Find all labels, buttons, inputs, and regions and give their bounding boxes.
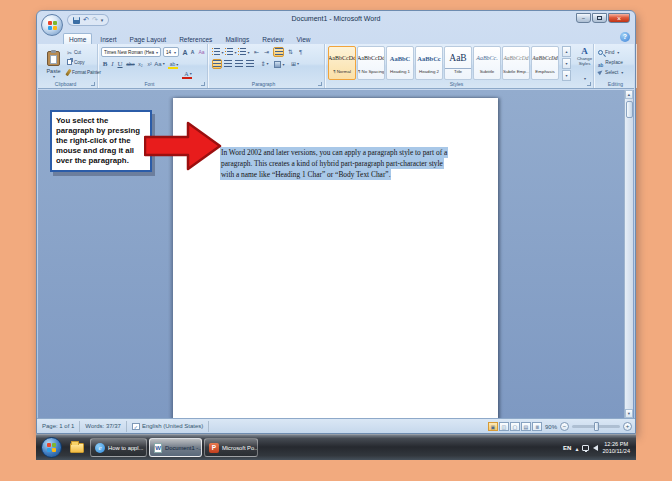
- increase-indent-button[interactable]: ⇥: [262, 47, 271, 57]
- font-name-dropdown-icon[interactable]: ▾: [156, 50, 158, 55]
- office-button[interactable]: [41, 14, 63, 36]
- zoom-level[interactable]: 90%: [545, 424, 557, 430]
- web-layout-view-icon[interactable]: ▢: [510, 422, 520, 431]
- style-subtle-emphasis[interactable]: AaBbCcDd Subtle Emp...: [502, 46, 530, 80]
- multilevel-list-button[interactable]: ▾: [238, 47, 250, 57]
- change-case-button[interactable]: Aa▾: [154, 59, 165, 69]
- clock-time: 12:26 PM: [602, 441, 630, 448]
- show-paragraph-marks-button[interactable]: ¶: [296, 47, 305, 57]
- gallery-expand-icon[interactable]: ▾: [562, 70, 571, 81]
- align-left-button[interactable]: [212, 59, 222, 69]
- strikethrough-button[interactable]: abe: [125, 59, 136, 69]
- style-heading-1[interactable]: AaBbC Heading 1: [386, 46, 414, 80]
- cut-button[interactable]: ✂ Cut: [67, 47, 81, 57]
- language-indicator[interactable]: EN: [563, 445, 571, 451]
- taskbar-clock[interactable]: 12:26 PM 2010/11/24: [602, 441, 632, 455]
- taskbar-button-powerpoint[interactable]: Microsoft Po...: [204, 438, 258, 457]
- zoom-slider-thumb[interactable]: [594, 422, 599, 431]
- text-highlight-button[interactable]: ab▾: [168, 59, 180, 69]
- clear-formatting-button[interactable]: Aa: [197, 47, 206, 57]
- font-dialog-launcher-icon[interactable]: [201, 82, 205, 86]
- vertical-scrollbar[interactable]: ▴ ▾: [624, 90, 633, 418]
- scroll-down-icon[interactable]: ▾: [625, 409, 633, 418]
- align-center-button[interactable]: [223, 59, 233, 69]
- highlight-color-swatch: [168, 67, 178, 69]
- document-text[interactable]: In Word 2002 and later versions, you can…: [220, 147, 448, 180]
- save-icon[interactable]: [73, 17, 80, 24]
- maximize-button[interactable]: [592, 13, 607, 23]
- style-normal[interactable]: AaBbCcDd ¶ Normal: [328, 46, 356, 80]
- shrink-font-button[interactable]: A: [189, 47, 196, 57]
- gallery-scroll-up-icon[interactable]: ▴: [562, 46, 571, 57]
- font-name-combo[interactable]: Times New Roman (Hea ▾: [101, 47, 161, 57]
- copy-button[interactable]: Copy: [67, 57, 84, 67]
- font-size-combo[interactable]: 14 ▾: [163, 47, 179, 57]
- italic-button[interactable]: I: [109, 59, 116, 69]
- tab-page-layout[interactable]: Page Layout: [125, 34, 172, 44]
- change-styles-button[interactable]: A Change Styles ▾: [573, 46, 596, 82]
- print-layout-view-icon[interactable]: ▣: [488, 422, 498, 431]
- clipboard-dialog-launcher-icon[interactable]: [91, 82, 95, 86]
- font-size-dropdown-icon[interactable]: ▾: [174, 50, 176, 55]
- word-count[interactable]: Words: 37/37: [80, 421, 127, 432]
- tab-review[interactable]: Review: [257, 34, 288, 44]
- zoom-in-icon[interactable]: +: [623, 422, 632, 431]
- sort-button[interactable]: ⇅: [286, 47, 295, 57]
- justify-button[interactable]: [245, 59, 255, 69]
- text-direction-ltr-button[interactable]: [273, 47, 284, 57]
- shading-button[interactable]: ▾: [273, 59, 286, 69]
- scroll-up-icon[interactable]: ▴: [625, 90, 633, 99]
- format-painter-button[interactable]: Format Painter: [67, 67, 101, 77]
- help-icon[interactable]: ?: [620, 32, 630, 42]
- tab-references[interactable]: References: [174, 34, 217, 44]
- network-icon[interactable]: [582, 445, 589, 451]
- taskbar-button-word[interactable]: Document1 -...: [149, 438, 202, 457]
- font-color-button[interactable]: A▾: [182, 69, 194, 79]
- superscript-button[interactable]: x²: [145, 59, 154, 69]
- close-button[interactable]: ×: [608, 13, 630, 23]
- zoom-slider[interactable]: [572, 425, 620, 428]
- align-right-button[interactable]: [234, 59, 244, 69]
- folder-icon[interactable]: [70, 443, 84, 453]
- paste-button[interactable]: Paste ▾: [42, 46, 65, 84]
- redo-icon[interactable]: ↷: [92, 15, 98, 25]
- zoom-out-icon[interactable]: −: [560, 422, 569, 431]
- tab-insert[interactable]: Insert: [95, 34, 121, 44]
- draft-view-icon[interactable]: ≣: [532, 422, 542, 431]
- full-screen-view-icon[interactable]: ◫: [499, 422, 509, 431]
- paste-dropdown-icon[interactable]: ▾: [53, 74, 55, 79]
- underline-button[interactable]: U: [116, 59, 124, 69]
- start-button[interactable]: [41, 437, 62, 458]
- tab-home[interactable]: Home: [63, 33, 92, 44]
- styles-dialog-launcher-icon[interactable]: [587, 82, 591, 86]
- scrollbar-thumb[interactable]: [626, 101, 633, 118]
- decrease-indent-button[interactable]: ⇤: [252, 47, 261, 57]
- line-spacing-button[interactable]: ⇕▾: [258, 59, 271, 69]
- style-heading-2[interactable]: AaBbCc Heading 2: [415, 46, 443, 80]
- gallery-scroll-down-icon[interactable]: ▾: [562, 58, 571, 69]
- numbering-button[interactable]: ▾: [225, 47, 237, 57]
- volume-icon[interactable]: [593, 445, 598, 451]
- style-no-spacing[interactable]: AaBbCcDd ¶ No Spacing: [357, 46, 385, 80]
- bullets-button[interactable]: ▾: [212, 47, 224, 57]
- replace-button[interactable]: Replace: [598, 57, 623, 67]
- taskbar-button-browser[interactable]: How to appl...: [90, 438, 147, 457]
- proofing-language[interactable]: ✓ English (United States): [127, 421, 209, 432]
- subscript-button[interactable]: x₂: [136, 59, 145, 69]
- paragraph-dialog-launcher-icon[interactable]: [318, 82, 322, 86]
- minimize-button[interactable]: −: [576, 13, 591, 23]
- style-subtitle[interactable]: AaBbCc. Subtitle: [473, 46, 501, 80]
- qat-customize-icon[interactable]: ▾: [101, 17, 104, 23]
- page-indicator[interactable]: Page: 1 of 1: [37, 421, 80, 432]
- hidden-icons-icon[interactable]: ▴: [575, 445, 578, 452]
- undo-icon[interactable]: ↶: [83, 15, 89, 25]
- grow-font-button[interactable]: A: [181, 47, 189, 57]
- borders-button[interactable]: ⊞▾: [288, 59, 302, 69]
- select-button[interactable]: Select ▾: [598, 67, 623, 77]
- tab-mailings[interactable]: Mailings: [220, 34, 254, 44]
- style-title[interactable]: AaB Title: [444, 46, 472, 80]
- style-emphasis[interactable]: AaBbCcDd Emphasis: [531, 46, 559, 80]
- tab-view[interactable]: View: [292, 34, 316, 44]
- outline-view-icon[interactable]: ▤: [521, 422, 531, 431]
- bold-button[interactable]: B: [101, 59, 109, 69]
